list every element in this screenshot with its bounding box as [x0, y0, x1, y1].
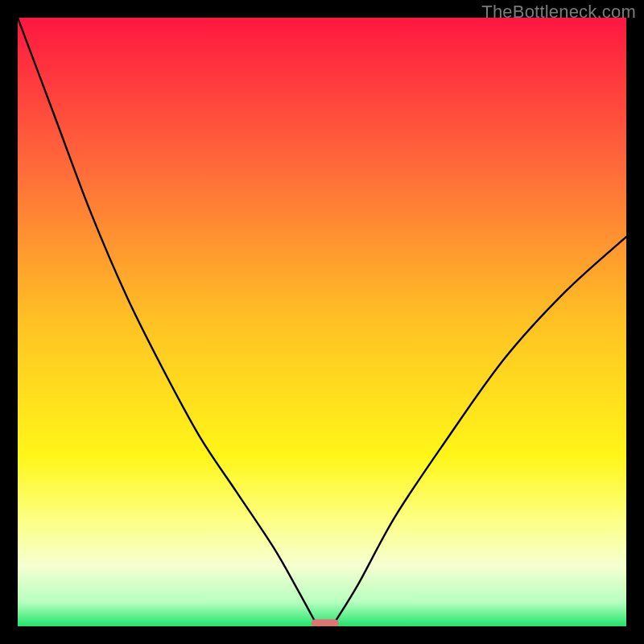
bottleneck-chart [18, 18, 626, 626]
minimum-band-marker [312, 619, 339, 626]
watermark-text: TheBottleneck.com [481, 2, 636, 23]
chart-frame: TheBottleneck.com [0, 0, 644, 644]
